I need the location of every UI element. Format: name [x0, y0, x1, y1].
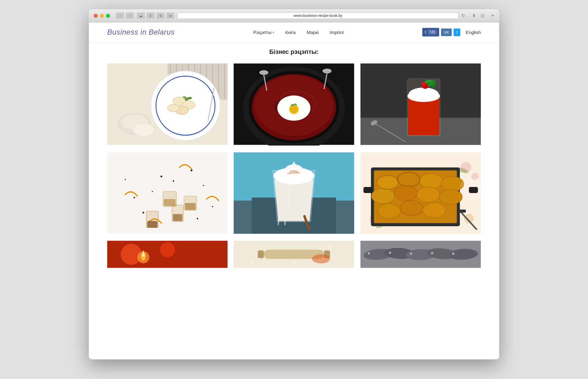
partial-card-3[interactable]: [360, 241, 481, 268]
svg-point-69: [212, 206, 213, 207]
minimize-window-button[interactable]: [100, 14, 104, 18]
browser-window: ‹ › ☁ ℹ ⇅ up www.business-recipe-book.by…: [89, 9, 499, 359]
svg-point-146: [368, 252, 370, 255]
twitter-button[interactable]: t: [454, 28, 460, 36]
new-tab-button[interactable]: +: [491, 13, 494, 19]
svg-point-137: [328, 245, 332, 249]
svg-point-108: [397, 172, 420, 187]
language-switcher[interactable]: English: [466, 30, 481, 35]
svg-point-116: [400, 201, 423, 216]
reader-button[interactable]: ⊡: [479, 13, 486, 19]
svg-point-71: [197, 218, 198, 219]
svg-point-113: [417, 187, 440, 202]
partial-recipe-row: [107, 241, 481, 268]
partial-card-2[interactable]: [234, 241, 354, 268]
browser-titlebar: ‹ › ☁ ℹ ⇅ up www.business-recipe-book.by…: [89, 9, 499, 22]
site-header: Business in Belarus Рэцэпты ▾ Кніга Марк…: [89, 22, 499, 42]
svg-point-67: [203, 185, 204, 186]
svg-point-66: [190, 169, 192, 171]
cloud-button[interactable]: ☁: [137, 13, 145, 19]
site-logo[interactable]: Business in Belarus: [107, 28, 175, 36]
nav-recipes[interactable]: Рэцэпты ▾: [253, 30, 274, 35]
up-button[interactable]: up: [166, 13, 174, 19]
svg-point-138: [291, 260, 297, 267]
svg-point-136: [249, 260, 254, 264]
traffic-lights: [94, 14, 110, 18]
svg-point-22: [168, 104, 179, 112]
svg-point-112: [394, 185, 417, 200]
share-page-button[interactable]: ⬆: [471, 13, 477, 19]
recipe-image-6: [360, 152, 481, 234]
nav-imprint[interactable]: Imprint: [330, 30, 344, 35]
nav-marks[interactable]: Маркі: [307, 30, 318, 35]
recipe-image-5: [234, 152, 354, 234]
svg-point-114: [439, 189, 462, 204]
partial-image-2: [234, 241, 354, 268]
maximize-window-button[interactable]: [106, 14, 110, 18]
svg-point-147: [389, 252, 391, 254]
browser-action-buttons: ⬆ ⊡: [471, 13, 486, 19]
main-content: Бізнес рэцэпты:: [89, 42, 499, 280]
recipe-card-2[interactable]: [234, 63, 354, 146]
svg-point-42: [322, 69, 331, 74]
svg-point-139: [312, 254, 330, 263]
svg-point-107: [376, 175, 399, 190]
dropdown-arrow: ▾: [273, 31, 274, 34]
twitter-icon: t: [456, 30, 458, 35]
recipe-image-1: [107, 63, 228, 146]
svg-point-92: [287, 172, 292, 174]
svg-rect-76: [185, 203, 196, 210]
svg-point-68: [134, 197, 135, 198]
page-title: Бізнес рэцэпты:: [107, 48, 481, 55]
svg-rect-121: [458, 210, 466, 213]
recipe-card-6[interactable]: [360, 152, 481, 234]
svg-point-115: [378, 203, 401, 218]
svg-rect-50: [408, 97, 439, 135]
recipe-grid: [107, 63, 481, 234]
recipe-card-4[interactable]: [107, 152, 228, 234]
url-display: www.business-recipe-book.by: [294, 13, 342, 18]
svg-rect-124: [469, 187, 478, 193]
facebook-icon: f: [425, 30, 426, 35]
svg-point-40: [259, 70, 268, 75]
partial-image-3: [360, 241, 481, 268]
address-bar[interactable]: www.business-recipe-book.by: [177, 12, 458, 19]
svg-point-55: [410, 88, 437, 98]
recipe-image-3: [360, 63, 481, 146]
svg-point-117: [423, 203, 446, 218]
svg-rect-134: [258, 250, 264, 258]
refresh-button[interactable]: ↻: [462, 13, 465, 18]
svg-point-128: [160, 242, 175, 257]
svg-point-15: [133, 123, 154, 136]
recipe-card-3[interactable]: [360, 63, 481, 146]
browser-navigation: ‹ ›: [116, 13, 134, 19]
browser-extras: ☁ ℹ ⇅ up: [137, 13, 174, 19]
svg-point-37: [290, 106, 298, 113]
partial-image-1: [107, 241, 228, 268]
svg-point-65: [152, 191, 153, 192]
vk-icon: VK: [444, 30, 449, 35]
nav-book[interactable]: Кніга: [285, 30, 296, 35]
svg-point-63: [160, 176, 162, 177]
svg-rect-78: [173, 214, 182, 221]
svg-point-149: [431, 252, 433, 254]
forward-button[interactable]: ›: [126, 13, 134, 19]
facebook-button[interactable]: f 745: [422, 28, 439, 36]
recipe-image-4: [107, 152, 228, 234]
svg-point-72: [125, 179, 126, 180]
share-button[interactable]: ⇅: [156, 13, 164, 19]
recipe-card-5[interactable]: [234, 152, 354, 234]
svg-rect-123: [363, 187, 372, 193]
recipe-card-1[interactable]: [107, 63, 228, 146]
social-bar: f 745 VK t English: [422, 28, 481, 36]
back-button[interactable]: ‹: [116, 13, 124, 19]
close-window-button[interactable]: [94, 14, 98, 18]
svg-point-70: [142, 212, 144, 214]
partial-card-1[interactable]: [107, 241, 228, 268]
svg-point-148: [410, 252, 412, 255]
recipe-image-2: [234, 63, 354, 146]
page-content: Business in Belarus Рэцэпты ▾ Кніга Марк…: [89, 22, 499, 359]
vk-button[interactable]: VK: [441, 28, 452, 36]
svg-point-93: [296, 172, 301, 174]
info-button[interactable]: ℹ: [147, 13, 155, 19]
